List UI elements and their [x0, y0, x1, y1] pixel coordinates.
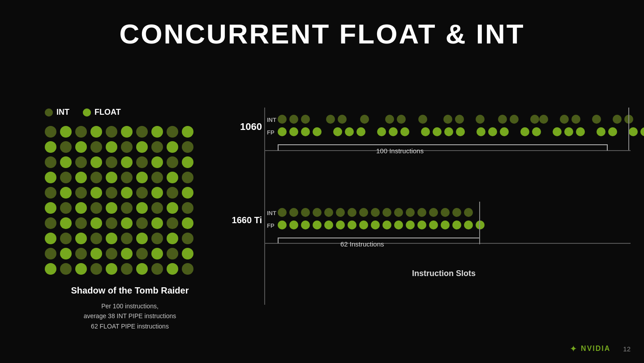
- chart-dot: [336, 220, 345, 229]
- chart-dot: [532, 127, 541, 136]
- grid-dot: [121, 248, 133, 259]
- chart-dot: [429, 208, 438, 217]
- bracket-62-line: [278, 238, 479, 238]
- grid-dot: [121, 233, 133, 244]
- game-description: Per 100 instructions,average 38 INT PIPE…: [45, 301, 215, 331]
- int-label: INT: [56, 108, 69, 117]
- grid-dot: [167, 263, 178, 275]
- grid-dot: [45, 217, 56, 229]
- chart-dot: [394, 220, 403, 229]
- grid-dot: [167, 141, 178, 153]
- chart-dot: [597, 127, 605, 136]
- grid-dot: [136, 141, 148, 153]
- chart-dot: [530, 115, 539, 124]
- grid-dot: [90, 202, 102, 214]
- grid-dot: [45, 187, 56, 199]
- legend-float: FLOAT: [83, 108, 121, 117]
- bracket-100-line: [278, 144, 607, 145]
- chart-dot: [452, 208, 461, 217]
- chart-dot: [433, 127, 442, 136]
- chart-dot: [394, 208, 403, 217]
- grid-dot: [167, 126, 178, 138]
- grid-dot: [90, 248, 102, 259]
- vertical-axis: [264, 108, 265, 305]
- grid-dot: [121, 202, 133, 214]
- chart-dot: [640, 127, 644, 136]
- nvidia-text: NVIDIA: [581, 345, 610, 353]
- grid-dot: [121, 217, 133, 229]
- chart-dot: [613, 115, 622, 124]
- chart-dot: [417, 208, 426, 217]
- grid-dot: [136, 202, 148, 214]
- grid-dot: [60, 187, 72, 199]
- grid-dot: [75, 202, 87, 214]
- chart-dot: [560, 115, 569, 124]
- chart-dot: [377, 127, 386, 136]
- chart-dot: [289, 115, 298, 124]
- nvidia-icon: ✦: [570, 343, 577, 354]
- bracket-62-left: [278, 238, 279, 243]
- page-number: 12: [623, 345, 631, 353]
- grid-dot: [75, 217, 87, 229]
- chart-dot: [456, 127, 465, 136]
- chart-dot: [382, 220, 391, 229]
- grid-dot: [75, 233, 87, 244]
- chart-dot: [313, 220, 322, 229]
- grid-dot: [182, 187, 193, 199]
- chart-dot: [608, 127, 617, 136]
- grid-dot: [106, 217, 117, 229]
- float-dot-legend: [83, 108, 91, 117]
- grid-dot: [60, 248, 72, 259]
- chart-dot: [452, 220, 461, 229]
- grid-dot: [90, 263, 102, 275]
- chart-panel: 1060 INT FP 100 Instructions 1660 Ti: [219, 108, 631, 323]
- grid-dot: [136, 187, 148, 199]
- grid-dot: [106, 126, 117, 138]
- grid-dot: [167, 156, 178, 168]
- float-label: FLOAT: [94, 108, 121, 117]
- int-dot-legend: [45, 108, 53, 117]
- chart-dot: [406, 208, 415, 217]
- grid-dot: [60, 263, 72, 275]
- gpu-1660ti-fp-label: FP: [267, 222, 275, 229]
- chart-dot: [592, 115, 601, 124]
- chart-dot: [348, 220, 356, 229]
- grid-dot: [106, 172, 117, 183]
- grid-dot: [151, 233, 163, 244]
- grid-dot: [106, 248, 117, 259]
- chart-dot: [576, 127, 585, 136]
- grid-dot: [151, 187, 163, 199]
- chart-dot: [520, 127, 529, 136]
- grid-dot: [106, 263, 117, 275]
- grid-dot: [151, 172, 163, 183]
- grid-dot: [75, 126, 87, 138]
- gpu-1060-int-label: INT: [267, 117, 276, 123]
- chart-dot: [359, 220, 368, 229]
- chart-dot: [443, 115, 452, 124]
- chart-dot: [406, 220, 415, 229]
- grid-dot: [45, 202, 56, 214]
- chart-dot: [444, 127, 453, 136]
- grid-dot: [90, 217, 102, 229]
- h-divider-bottom: [264, 243, 631, 244]
- chart-dot: [464, 208, 473, 217]
- chart-dot: [278, 127, 287, 136]
- grid-dot: [151, 248, 163, 259]
- left-panel: INT FLOAT Shadow of the Tomb Raider Per …: [45, 108, 215, 331]
- chart-dot: [326, 115, 335, 124]
- gpu-1060-fp-label: FP: [267, 129, 275, 136]
- chart-dot: [289, 208, 298, 217]
- grid-dot: [45, 172, 56, 183]
- grid-dot: [75, 263, 87, 275]
- chart-dot: [324, 208, 333, 217]
- gpu-1660ti-int-row: [278, 208, 473, 217]
- grid-dot: [60, 233, 72, 244]
- grid-dot: [182, 156, 193, 168]
- gpu-1060-fp-row: [278, 127, 644, 136]
- grid-dot: [106, 187, 117, 199]
- bracket-100-right: [607, 144, 608, 151]
- chart-dot: [417, 220, 426, 229]
- chart-dot: [338, 115, 347, 124]
- grid-dot: [45, 156, 56, 168]
- chart-dot: [371, 220, 380, 229]
